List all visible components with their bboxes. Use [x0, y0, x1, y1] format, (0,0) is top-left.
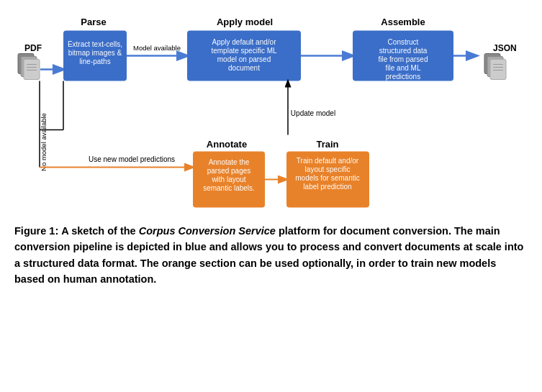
no-model-label: No model available	[40, 113, 48, 171]
svg-text:Train default and/or: Train default and/or	[297, 157, 359, 165]
model-available-label: Model available	[133, 44, 181, 52]
svg-text:file from parsed: file from parsed	[379, 55, 428, 63]
pipeline-diagram: PDF Parse Extract text-cells, bitmap ima…	[14, 7, 528, 216]
svg-text:layout specific: layout specific	[305, 165, 351, 173]
diagram-area: PDF Parse Extract text-cells, bitmap ima…	[14, 7, 528, 216]
svg-text:bitmap images &: bitmap images &	[68, 49, 122, 57]
use-new-predictions-label: Use new model predictions	[89, 155, 175, 163]
svg-text:structured data: structured data	[379, 47, 428, 55]
assemble-label: Assemble	[381, 17, 425, 27]
svg-text:file and ML: file and ML	[386, 64, 421, 72]
parse-box-text: Extract text-cells,	[68, 40, 122, 48]
svg-text:document: document	[228, 64, 260, 72]
figure-caption: Figure 1: A sketch of the Corpus Convers…	[14, 223, 528, 288]
caption-text-bold: A sketch of the Corpus Conversion Servic…	[14, 225, 523, 285]
svg-text:Apply default and/or: Apply default and/or	[212, 38, 277, 46]
svg-text:label prediction: label prediction	[303, 183, 351, 191]
svg-text:Annotate the: Annotate the	[209, 158, 250, 166]
update-model-label: Update model	[291, 109, 335, 117]
svg-text:models for semantic: models for semantic	[295, 174, 359, 182]
svg-text:with layout: with layout	[211, 176, 245, 183]
parse-label: Parse	[81, 17, 106, 27]
figure-label: Figure 1:	[14, 225, 58, 237]
svg-rect-2	[24, 60, 40, 80]
svg-text:Construct: Construct	[388, 38, 419, 46]
pdf-label: PDF	[24, 43, 42, 53]
svg-text:line-paths: line-paths	[79, 58, 110, 65]
svg-text:predictions: predictions	[386, 73, 420, 81]
svg-text:template specific ML: template specific ML	[211, 47, 277, 55]
train-label: Train	[316, 139, 338, 150]
svg-text:parsed pages: parsed pages	[207, 167, 251, 175]
svg-rect-23	[490, 60, 506, 80]
annotate-label: Annotate	[207, 139, 247, 150]
json-label: JSON	[493, 43, 517, 53]
service-name: Corpus Conversion Service	[139, 225, 276, 237]
svg-text:semantic labels.: semantic labels.	[203, 184, 255, 192]
svg-text:model on parsed: model on parsed	[217, 55, 271, 63]
apply-model-label: Apply model	[217, 17, 273, 27]
